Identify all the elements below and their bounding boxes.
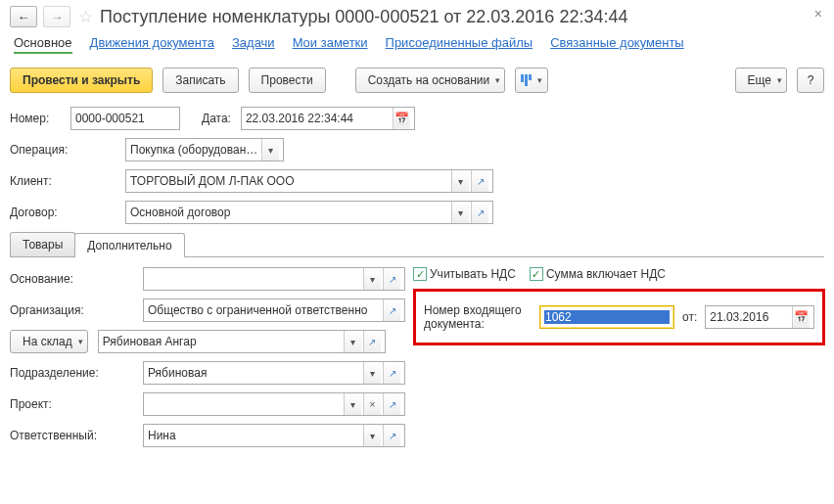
to-warehouse-label: На склад <box>23 335 72 348</box>
dropdown-icon[interactable]: ▾ <box>363 268 381 290</box>
nav-tasks[interactable]: Задачи <box>232 35 275 54</box>
dropdown-icon[interactable]: ▾ <box>344 393 361 415</box>
dropdown-icon[interactable]: ▾ <box>261 139 279 160</box>
open-icon[interactable]: ↗ <box>383 393 400 415</box>
post-and-close-button[interactable]: Провести и закрыть <box>10 68 153 93</box>
department-label: Подразделение: <box>10 366 137 380</box>
dropdown-icon[interactable]: ▾ <box>451 170 469 192</box>
date-input[interactable]: 22.03.2016 22:34:44 📅 <box>241 107 415 130</box>
include-vat-label: Учитывать НДС <box>430 267 516 281</box>
incoming-document-highlight: Номер входящего документа: 1062 от: 21.0… <box>413 289 825 345</box>
client-input[interactable]: ТОРГОВЫЙ ДОМ Л-ПАК ООО ▾ ↗ <box>125 169 493 193</box>
checkbox-icon: ✓ <box>530 267 543 281</box>
nav-back-button[interactable]: ← <box>10 6 37 27</box>
department-input[interactable]: Рябиновая ▾ ↗ <box>143 361 405 385</box>
client-label: Клиент: <box>10 174 119 188</box>
dropdown-icon[interactable]: ▾ <box>363 362 381 384</box>
nav-attachments[interactable]: Присоединенные файлы <box>386 35 533 54</box>
contract-input[interactable]: Основной договор ▾ ↗ <box>125 201 493 224</box>
more-label: Еще <box>748 73 771 87</box>
tab-goods[interactable]: Товары <box>10 232 75 256</box>
to-warehouse-button[interactable]: На склад ▾ <box>10 330 88 353</box>
open-icon[interactable]: ↗ <box>383 299 400 321</box>
open-icon[interactable]: ↗ <box>471 202 488 223</box>
open-icon[interactable]: ↗ <box>471 170 488 192</box>
bar-chart-icon <box>521 74 532 86</box>
sum-includes-vat-checkbox[interactable]: ✓ Сумма включает НДС <box>530 267 666 281</box>
responsible-label: Ответственный: <box>10 429 137 442</box>
open-icon[interactable]: ↗ <box>363 331 381 352</box>
project-label: Проект: <box>10 397 137 411</box>
nav-related[interactable]: Связанные документы <box>550 35 684 54</box>
nav-notes[interactable]: Мои заметки <box>293 35 368 54</box>
nav-movements[interactable]: Движения документа <box>90 35 214 54</box>
arrow-left-icon: ← <box>18 10 30 24</box>
create-based-label: Создать на основании <box>368 73 490 87</box>
nav-forward-button[interactable]: → <box>43 6 70 27</box>
chevron-down-icon: ▾ <box>777 75 782 85</box>
incoming-doc-label: Номер входящего документа: <box>424 303 532 331</box>
sum-includes-vat-label: Сумма включает НДС <box>546 267 666 281</box>
incoming-doc-number-input[interactable]: 1062 <box>539 305 674 329</box>
post-button[interactable]: Провести <box>249 68 326 93</box>
help-button[interactable]: ? <box>797 68 824 93</box>
page-title: Поступление номенклатуры 0000-000521 от … <box>100 7 627 27</box>
chevron-down-icon: ▾ <box>537 75 542 85</box>
save-button[interactable]: Записать <box>162 68 238 93</box>
date-label: Дата: <box>202 112 231 125</box>
warehouse-input[interactable]: Рябиновая Ангар ▾ ↗ <box>98 330 386 353</box>
chevron-down-icon: ▾ <box>495 75 500 85</box>
close-button[interactable]: × <box>814 6 822 22</box>
registers-button[interactable]: ▾ <box>515 68 548 93</box>
open-icon[interactable]: ↗ <box>383 362 400 384</box>
dropdown-icon[interactable]: ▾ <box>344 331 361 352</box>
calendar-icon[interactable]: 📅 <box>792 306 810 328</box>
incoming-from-label: от: <box>682 310 697 324</box>
create-based-on-button[interactable]: Создать на основании ▾ <box>355 68 506 93</box>
dropdown-icon[interactable]: ▾ <box>363 425 381 446</box>
organization-label: Организация: <box>10 303 137 317</box>
include-vat-checkbox[interactable]: ✓ Учитывать НДС <box>413 267 516 281</box>
contract-label: Договор: <box>10 206 119 219</box>
open-icon[interactable]: ↗ <box>383 425 400 446</box>
operation-label: Операция: <box>10 143 119 157</box>
open-icon[interactable]: ↗ <box>383 268 400 290</box>
project-input[interactable]: ▾ × ↗ <box>143 392 405 416</box>
dropdown-icon[interactable]: ▾ <box>451 202 469 223</box>
favorite-star-icon[interactable]: ☆ <box>76 8 94 25</box>
arrow-right-icon: → <box>51 10 64 24</box>
incoming-doc-date-input[interactable]: 21.03.2016 📅 <box>705 305 814 329</box>
nav-main[interactable]: Основное <box>14 35 72 54</box>
organization-input[interactable]: Общество с ограниченной ответственно ↗ <box>143 298 405 322</box>
more-button[interactable]: Еще ▾ <box>735 68 787 93</box>
chevron-down-icon: ▾ <box>78 337 83 346</box>
clear-icon[interactable]: × <box>363 393 381 415</box>
responsible-input[interactable]: Нина ▾ ↗ <box>143 424 405 447</box>
tab-additional[interactable]: Дополнительно <box>74 233 184 257</box>
number-label: Номер: <box>10 112 65 125</box>
operation-input[interactable]: Покупка (оборудование, т ▾ <box>125 138 284 161</box>
number-input[interactable]: 0000-000521 <box>70 107 180 130</box>
calendar-icon[interactable]: 📅 <box>393 108 410 129</box>
basis-input[interactable]: ▾ ↗ <box>143 267 405 291</box>
checkbox-icon: ✓ <box>413 267 427 281</box>
basis-label: Основание: <box>10 272 137 286</box>
